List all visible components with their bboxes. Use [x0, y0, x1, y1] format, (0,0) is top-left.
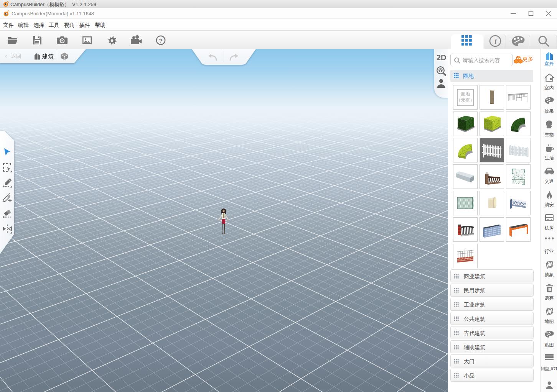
svg-text:i: i	[494, 37, 497, 45]
svg-text:?: ?	[159, 37, 162, 44]
